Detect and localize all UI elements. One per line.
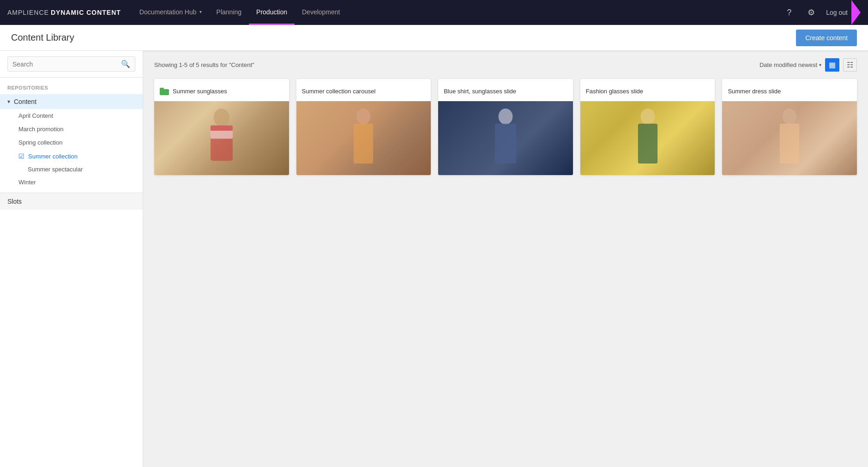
sub-header: Content Library Create content	[0, 25, 868, 51]
card-title: Fashion glasses slide	[586, 88, 643, 96]
card-title: Blue shirt, sunglasses slide	[444, 88, 516, 96]
sidebar-item-spring-collection[interactable]: Spring collection	[0, 136, 143, 149]
tab-documentation-hub[interactable]: Documentation Hub ▾	[132, 0, 209, 25]
chevron-down-icon: ▾	[7, 98, 10, 105]
search-input[interactable]	[12, 61, 121, 68]
tab-planning[interactable]: Planning	[209, 0, 249, 25]
sidebar: 🔍 Repositories ▾ Content April Content M…	[0, 51, 143, 467]
results-bar: Showing 1-5 of 5 results for "Content" D…	[154, 58, 857, 72]
content-card-summer-sunglasses[interactable]: Summer sunglasses	[154, 79, 289, 175]
tab-development[interactable]: Development	[295, 0, 348, 25]
content-card-fashion-glasses[interactable]: Fashion glasses slide	[580, 79, 715, 175]
card-image-carousel	[296, 101, 431, 175]
chevron-down-icon: ▾	[819, 62, 821, 67]
help-button[interactable]: ?	[782, 5, 796, 20]
svg-rect-11	[780, 124, 799, 164]
search-icon: 🔍	[121, 60, 130, 68]
content-card-blue-shirt[interactable]: Blue shirt, sunglasses slide	[438, 79, 573, 175]
search-container: 🔍	[0, 51, 143, 78]
svg-point-0	[214, 109, 230, 126]
svg-rect-3	[211, 125, 233, 131]
help-icon: ?	[787, 8, 791, 18]
card-header: Summer sunglasses	[154, 79, 289, 101]
sort-dropdown[interactable]: Date modified newest ▾	[760, 61, 821, 68]
svg-rect-7	[495, 124, 516, 164]
sidebar-item-april-content[interactable]: April Content	[0, 109, 143, 122]
card-header: Summer dress slide	[722, 79, 857, 101]
card-title: Summer sunglasses	[173, 88, 227, 96]
card-image-dress	[722, 101, 857, 175]
list-view-button[interactable]: ☷	[843, 58, 857, 72]
content-sub-items: April Content March promotion Spring col…	[0, 109, 143, 189]
card-image-fashion	[580, 101, 715, 175]
content-card-summer-carousel[interactable]: Summer collection carousel	[296, 79, 431, 175]
card-title: Summer collection carousel	[302, 88, 376, 96]
card-header: Blue shirt, sunglasses slide	[438, 79, 573, 101]
svg-point-6	[499, 109, 513, 125]
card-grid: Summer sunglasses Summer collection caro…	[154, 79, 857, 175]
content-area: Showing 1-5 of 5 results for "Content" D…	[143, 51, 868, 467]
sidebar-item-winter[interactable]: Winter	[0, 176, 143, 189]
brand-logo: AMPLIENCE DYNAMIC CONTENT	[7, 9, 121, 16]
sidebar-item-content[interactable]: ▾ Content	[0, 94, 143, 109]
svg-point-8	[640, 109, 655, 125]
slots-section: Slots	[0, 193, 143, 210]
sidebar-item-summer-spectacular[interactable]: Summer spectacular	[0, 163, 143, 176]
brand-dynamic-content: DYNAMIC CONTENT	[51, 9, 121, 16]
view-controls: Date modified newest ▾ ▦ ☷	[760, 58, 857, 72]
results-text: Showing 1-5 of 5 results for "Content"	[154, 61, 254, 68]
folder-icon	[160, 88, 169, 95]
sidebar-item-summer-collection[interactable]: ☑ Summer collection	[0, 149, 143, 163]
chevron-down-icon: ▾	[199, 9, 202, 14]
sidebar-item-slots[interactable]: Slots	[0, 193, 143, 210]
nav-actions: ? ⚙ Log out	[782, 5, 848, 20]
content-repo-label: Content	[14, 98, 36, 105]
grid-view-button[interactable]: ▦	[825, 58, 839, 72]
svg-point-10	[783, 109, 797, 125]
nav-tabs: Documentation Hub ▾ Planning Production …	[132, 0, 782, 25]
main-layout: 🔍 Repositories ▾ Content April Content M…	[0, 51, 868, 467]
repositories-label: Repositories	[0, 85, 143, 94]
gear-icon: ⚙	[808, 7, 815, 18]
page-title: Content Library	[11, 32, 74, 43]
create-content-button[interactable]: Create content	[796, 30, 857, 46]
svg-point-4	[356, 109, 371, 125]
sidebar-content: Repositories ▾ Content April Content Mar…	[0, 78, 143, 467]
search-wrapper: 🔍	[7, 56, 135, 72]
content-card-summer-dress[interactable]: Summer dress slide	[722, 79, 857, 175]
card-image-sunglasses	[154, 101, 289, 175]
card-title: Summer dress slide	[728, 88, 781, 96]
settings-button[interactable]: ⚙	[804, 5, 819, 20]
card-image-blueshirt	[438, 101, 573, 175]
card-header: Summer collection carousel	[296, 79, 431, 101]
tab-production[interactable]: Production	[249, 0, 295, 25]
svg-rect-5	[354, 124, 373, 164]
card-header: Fashion glasses slide	[580, 79, 715, 101]
list-icon: ☷	[847, 61, 853, 69]
checkbox-checked-icon: ☑	[18, 152, 24, 160]
grid-icon: ▦	[829, 61, 836, 69]
logout-button[interactable]: Log out	[826, 9, 848, 16]
sidebar-item-march-promotion[interactable]: March promotion	[0, 122, 143, 136]
brand-amplience: AMPLIENCE	[7, 9, 49, 16]
nav-accent-chevron	[851, 0, 861, 25]
top-navigation: AMPLIENCE DYNAMIC CONTENT Documentation …	[0, 0, 868, 25]
svg-rect-9	[638, 124, 657, 164]
